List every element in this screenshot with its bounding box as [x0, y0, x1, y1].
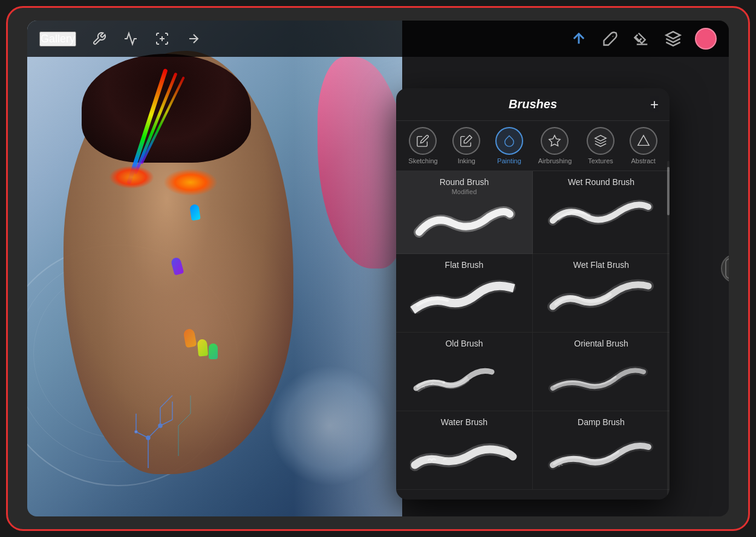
wrench-icon[interactable] — [91, 30, 108, 47]
scrollbar-thumb — [667, 167, 670, 215]
brushes-scrollbar[interactable] — [667, 161, 670, 500]
top-toolbar: Gallery — [27, 21, 729, 57]
add-brush-button[interactable]: + — [650, 96, 659, 113]
category-inking[interactable]: Inking — [452, 127, 480, 164]
painting-background — [27, 21, 402, 516]
brush-subtitle-round-brush: Modified — [406, 188, 523, 195]
category-sketching[interactable]: Sketching — [408, 127, 437, 164]
airbrushing-label: Airbrushing — [538, 157, 572, 164]
abstract-label: Abstract — [631, 157, 655, 164]
panel-title: Brushes — [509, 97, 557, 111]
gallery-button[interactable]: Gallery — [39, 31, 76, 47]
brush-name-wet-round-brush: Wet Round Brush — [543, 177, 660, 187]
brush-item-round-brush[interactable]: Round Brush Modified — [396, 171, 533, 254]
svg-marker-19 — [666, 31, 680, 39]
transform-icon[interactable] — [154, 30, 171, 47]
category-tabs: Sketching Inking — [396, 121, 670, 171]
brush-item-water-brush[interactable]: Water Brush — [396, 411, 533, 490]
svg-marker-21 — [549, 135, 560, 146]
brushes-panel: Brushes + Sketching — [396, 88, 670, 500]
move-icon[interactable] — [185, 30, 202, 47]
inking-icon — [452, 127, 480, 155]
layers-tool-icon[interactable] — [663, 29, 683, 48]
tablet-screen: Gallery — [27, 21, 729, 516]
sketching-label: Sketching — [408, 157, 437, 164]
brush-preview-oriental-brush — [543, 352, 660, 400]
brush-preview-wet-round-brush — [543, 190, 660, 239]
adjustments-icon[interactable] — [122, 30, 139, 47]
brush-name-round-brush: Round Brush — [406, 177, 523, 187]
color-picker-dot[interactable] — [695, 28, 717, 50]
brush-name-oriental-brush: Oriental Brush — [543, 339, 660, 348]
toolbar-left: Gallery — [39, 30, 202, 47]
brush-item-wet-round-brush[interactable]: Wet Round Brush — [533, 171, 670, 254]
pencil-tool-icon[interactable] — [569, 29, 588, 48]
category-abstract[interactable]: Abstract — [630, 127, 657, 164]
brush-grid: Round Brush Modified Wet Round Brush — [396, 171, 670, 490]
inking-label: Inking — [458, 157, 475, 164]
brush-preview-wet-flat-brush — [543, 273, 660, 322]
abstract-icon — [630, 127, 657, 155]
svg-line-18 — [613, 36, 613, 37]
brush-name-wet-flat-brush: Wet Flat Brush — [543, 260, 660, 270]
brush-preview-water-brush — [406, 431, 523, 479]
tablet-device: Gallery — [6, 6, 750, 531]
category-textures[interactable]: Textures — [587, 127, 614, 164]
home-button[interactable] — [721, 254, 729, 283]
brush-preview-damp-brush — [543, 431, 660, 479]
toolbar-right — [569, 28, 717, 50]
brush-tool-icon[interactable] — [601, 29, 620, 48]
brush-name-flat-brush: Flat Brush — [406, 260, 523, 270]
eraser-tool-icon[interactable] — [632, 29, 651, 48]
brush-name-water-brush: Water Brush — [406, 417, 523, 427]
home-button-inner — [725, 258, 729, 279]
painting-icon — [495, 127, 523, 155]
textures-icon — [587, 127, 614, 155]
panel-header: Brushes + — [396, 88, 670, 121]
brush-item-old-brush[interactable]: Old Brush — [396, 333, 533, 411]
brush-item-flat-brush[interactable]: Flat Brush — [396, 254, 533, 333]
canvas-area[interactable]: Gallery — [27, 21, 729, 516]
brush-name-damp-brush: Damp Brush — [543, 417, 660, 427]
brush-item-oriental-brush[interactable]: Oriental Brush — [533, 333, 670, 411]
svg-marker-22 — [637, 135, 648, 146]
brush-preview-old-brush — [406, 352, 523, 400]
category-airbrushing[interactable]: Airbrushing — [538, 127, 572, 164]
painting-label: Painting — [497, 157, 521, 164]
brush-preview-round-brush — [406, 199, 523, 247]
brush-item-damp-brush[interactable]: Damp Brush — [533, 411, 670, 490]
svg-marker-20 — [464, 135, 472, 143]
textures-label: Textures — [588, 157, 613, 164]
airbrushing-icon — [541, 127, 569, 155]
brush-preview-flat-brush — [406, 273, 523, 322]
sketching-icon — [409, 127, 437, 155]
category-painting[interactable]: Painting — [495, 127, 523, 164]
brush-item-wet-flat-brush[interactable]: Wet Flat Brush — [533, 254, 670, 333]
brush-name-old-brush: Old Brush — [406, 339, 523, 348]
